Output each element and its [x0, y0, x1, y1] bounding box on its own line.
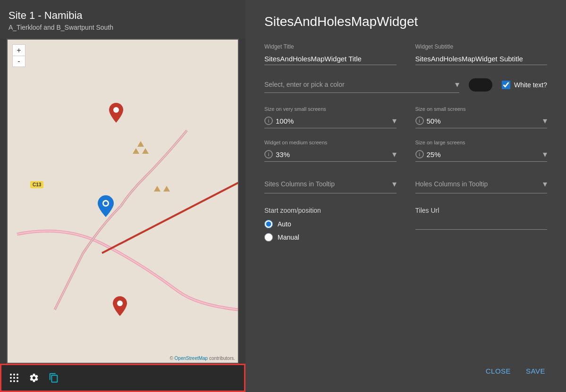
svg-point-2: [104, 201, 108, 205]
white-text-group: White text?: [502, 81, 547, 89]
size-small-value: 50%: [427, 117, 541, 125]
holes-tooltip-arrow: ▾: [543, 179, 547, 189]
red-marker-bottom: [113, 296, 127, 318]
holes-tooltip-group: Holes Columns in Tooltip ▾: [415, 175, 548, 193]
size-large-label: Size on large screens: [415, 140, 548, 145]
size-medium-label: Widget on medium screens: [264, 140, 397, 145]
color-swatch[interactable]: [469, 78, 492, 92]
grid-icon: [10, 374, 18, 382]
zoom-auto-label[interactable]: Auto: [278, 220, 291, 228]
close-button[interactable]: CLOSE: [484, 364, 513, 378]
size-very-small-select[interactable]: i 100% ▾: [264, 114, 397, 128]
map-container[interactable]: + - C13: [7, 39, 239, 364]
zoom-out-button[interactable]: -: [12, 56, 25, 67]
blue-marker-center: [98, 195, 114, 219]
zoom-group: Start zoom/position Auto Manual: [264, 207, 397, 246]
copy-icon-button[interactable]: [47, 371, 61, 385]
size-large-select[interactable]: i 25% ▾: [415, 147, 548, 162]
white-text-checkbox[interactable]: [502, 81, 510, 89]
widget-subtitle-label: Widget Subtitle: [415, 43, 548, 50]
size-medium-arrow: ▾: [392, 149, 397, 159]
sites-tooltip-group: Sites Columns in Tooltip ▾: [264, 175, 397, 193]
zoom-controls[interactable]: + -: [12, 44, 25, 67]
triangle-marker-1: [133, 148, 139, 154]
size-small-label: Size on small screens: [415, 106, 548, 112]
color-dropdown-arrow: ▾: [455, 79, 459, 90]
size-very-small-info-icon[interactable]: i: [264, 117, 273, 125]
site-name: Site 1 - Namibia: [8, 9, 237, 22]
tiles-url-input[interactable]: [415, 218, 548, 230]
size-large-value: 25%: [427, 150, 541, 158]
red-marker-top: [109, 103, 123, 125]
zoom-auto-radio[interactable]: [264, 220, 273, 228]
title-subtitle-row: Widget Title Widget Subtitle: [264, 43, 547, 65]
widget-main-title: SitesAndHolesMapWidget: [264, 14, 547, 29]
size-small-select[interactable]: i 50% ▾: [415, 114, 548, 128]
svg-point-3: [117, 300, 123, 306]
radio-auto-option[interactable]: Auto: [264, 220, 397, 228]
size-medium-value: 33%: [276, 150, 389, 158]
widget-subtitle-group: Widget Subtitle: [415, 43, 548, 65]
size-medium-group: Widget on medium screens i 33% ▾: [264, 140, 397, 162]
holes-tooltip-select[interactable]: Holes Columns in Tooltip ▾: [415, 175, 548, 193]
size-very-small-group: Size on very small screens i 100% ▾: [264, 106, 397, 128]
bottom-actions: CLOSE SAVE: [264, 350, 547, 378]
size-very-small-value: 100%: [276, 117, 389, 125]
color-row: Select, enter or pick a color ▾ White te…: [264, 76, 547, 93]
size-small-arrow: ▾: [543, 116, 547, 126]
grid-icon-button[interactable]: [7, 371, 21, 385]
left-panel: Site 1 - Namibia A_Tierkloof and B_Swart…: [0, 0, 245, 392]
widget-title-input[interactable]: [264, 53, 397, 65]
osm-link[interactable]: OpenStreetMap: [175, 356, 208, 361]
road-label-c13: C13: [30, 181, 43, 188]
widget-title-label: Widget Title: [264, 43, 397, 50]
triangle-marker-2: [142, 148, 149, 154]
triangle-marker-5: [163, 186, 170, 192]
size-row-1: Size on very small screens i 100% ▾ Size…: [264, 106, 547, 128]
sites-tooltip-text: Sites Columns in Tooltip: [264, 180, 392, 188]
tooltip-row: Sites Columns in Tooltip ▾ Holes Columns…: [264, 175, 547, 193]
color-select-dropdown[interactable]: Select, enter or pick a color ▾: [264, 76, 459, 93]
svg-point-0: [113, 107, 119, 113]
size-medium-info-icon[interactable]: i: [264, 150, 273, 158]
size-small-info-icon[interactable]: i: [415, 117, 424, 125]
map-header: Site 1 - Namibia A_Tierkloof and B_Swart…: [0, 0, 245, 39]
widget-subtitle-input[interactable]: [415, 53, 548, 65]
settings-icon-button[interactable]: [27, 371, 41, 385]
size-very-small-label: Size on very small screens: [264, 106, 397, 112]
sites-tooltip-arrow: ▾: [392, 179, 397, 189]
size-small-group: Size on small screens i 50% ▾: [415, 106, 548, 128]
right-panel: SitesAndHolesMapWidget Widget Title Widg…: [245, 0, 566, 392]
size-very-small-arrow: ▾: [392, 116, 397, 126]
size-large-group: Size on large screens i 25% ▾: [415, 140, 548, 162]
site-subtitle: A_Tierkloof and B_Swartpunt South: [8, 24, 237, 31]
osm-attribution: © OpenStreetMap contributors.: [169, 356, 235, 361]
triangle-marker-3: [137, 141, 144, 147]
widget-title-group: Widget Title: [264, 43, 397, 65]
radio-manual-option[interactable]: Manual: [264, 233, 397, 242]
zoom-manual-radio[interactable]: [264, 233, 273, 242]
copy-icon: [49, 373, 59, 383]
size-large-info-icon[interactable]: i: [415, 150, 424, 158]
save-button[interactable]: SAVE: [524, 364, 547, 378]
zoom-label: Start zoom/position: [264, 207, 397, 214]
white-text-label[interactable]: White text?: [514, 81, 547, 89]
holes-tooltip-text: Holes Columns in Tooltip: [415, 180, 543, 188]
zoom-in-button[interactable]: +: [12, 44, 25, 56]
sites-tooltip-select[interactable]: Sites Columns in Tooltip ▾: [264, 175, 397, 193]
zoom-manual-label[interactable]: Manual: [278, 234, 299, 241]
size-row-2: Widget on medium screens i 33% ▾ Size on…: [264, 140, 547, 162]
triangle-marker-4: [154, 186, 161, 192]
color-select-text: Select, enter or pick a color: [264, 81, 455, 88]
tiles-group: Tiles Url: [415, 207, 548, 246]
tiles-url-label: Tiles Url: [415, 207, 548, 214]
gear-icon: [29, 373, 39, 383]
map-toolbar: [0, 364, 245, 392]
size-medium-select[interactable]: i 33% ▾: [264, 147, 397, 162]
zoom-tiles-section: Start zoom/position Auto Manual Tiles Ur…: [264, 207, 547, 246]
size-large-arrow: ▾: [543, 149, 547, 159]
